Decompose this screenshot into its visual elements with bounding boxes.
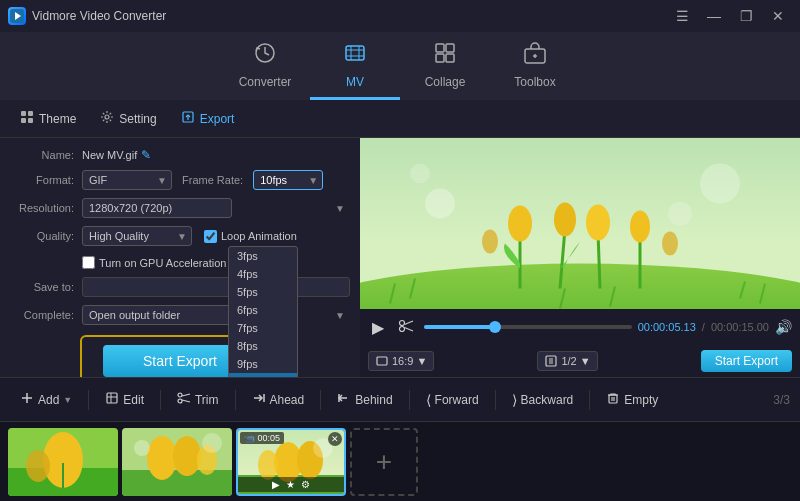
thumb-3-controls: ▶ ★ ⚙ <box>238 477 344 492</box>
clip-count: 3/3 <box>773 393 790 407</box>
progress-bar[interactable] <box>424 325 632 329</box>
framerate-select[interactable]: 3fps4fps5fps6fps7fps8fps9fps10fps11fps12… <box>253 170 323 190</box>
quality-select[interactable]: High QualityMedium QualityLow Quality <box>82 226 192 246</box>
ahead-button[interactable]: Ahead <box>242 386 315 413</box>
gpu-checkbox[interactable] <box>82 256 95 269</box>
forward-button[interactable]: ⟨ Forward <box>416 387 489 413</box>
ratio-wrap: 16:9 ▼ <box>368 351 434 371</box>
fps-3-option[interactable]: 3fps <box>229 247 297 265</box>
divider-4 <box>320 390 321 410</box>
tab-converter[interactable]: Converter <box>220 32 310 100</box>
resolution-label: Resolution: <box>10 202 82 214</box>
fps-8-option[interactable]: 8fps <box>229 337 297 355</box>
edit-button[interactable]: Edit <box>95 386 154 413</box>
svg-line-43 <box>405 327 414 331</box>
page-wrap: 1/2 ▼ <box>537 351 597 371</box>
player-controls: ▶ 00:00:05.13 / 00:00:15.00 🔊 <box>360 309 800 345</box>
svg-rect-7 <box>446 54 454 62</box>
setting-button[interactable]: Setting <box>90 106 166 131</box>
trim-icon <box>177 391 191 408</box>
backward-label: Backward <box>521 393 574 407</box>
saveto-path-input[interactable]: C:\Vidmore\Vidmore V...onverter\MV Expor… <box>82 277 350 297</box>
thumbnail-1[interactable] <box>8 428 118 496</box>
svg-line-42 <box>405 321 414 325</box>
thumb-star-icon[interactable]: ★ <box>286 479 295 490</box>
saveto-label: Save to: <box>10 281 82 293</box>
fps-10-option[interactable]: 10fps <box>229 373 297 377</box>
framerate-select-wrap: 3fps4fps5fps6fps7fps8fps9fps10fps11fps12… <box>253 170 323 190</box>
play-button[interactable]: ▶ <box>368 316 388 339</box>
fps-7-option[interactable]: 7fps <box>229 319 297 337</box>
empty-button[interactable]: Empty <box>596 386 668 413</box>
tab-toolbox[interactable]: Toolbox <box>490 32 580 100</box>
fps-9-option[interactable]: 9fps <box>229 355 297 373</box>
name-label: Name: <box>10 149 82 161</box>
divider-6 <box>495 390 496 410</box>
backward-button[interactable]: ⟩ Backward <box>502 387 584 413</box>
preview-column: ▶ 00:00:05.13 / 00:00:15.00 🔊 <box>360 138 800 377</box>
svg-point-72 <box>147 436 177 480</box>
export-button[interactable]: Export <box>171 106 245 131</box>
add-button[interactable]: Add ▼ <box>10 386 82 413</box>
titlebar-left: Vidmore Video Converter <box>8 7 166 25</box>
format-row: Format: GIFMP4AVI ▼ Frame Rate: 3fps4fps… <box>10 170 350 190</box>
divider-3 <box>235 390 236 410</box>
loop-checkbox[interactable] <box>204 230 217 243</box>
content-area: Name: New MV.gif ✎ Format: GIFMP4AVI ▼ <box>0 138 800 377</box>
restore-button[interactable]: ❐ <box>732 6 760 26</box>
trim-button[interactable]: Trim <box>167 386 229 413</box>
minimize-button[interactable]: — <box>700 6 728 26</box>
divider-1 <box>88 390 89 410</box>
cut-button[interactable] <box>394 316 418 339</box>
edit-label: Edit <box>123 393 144 407</box>
resolution-select[interactable]: 1280x720 (720p)1920x1080 (1080p) <box>82 198 232 218</box>
format-select-wrap: GIFMP4AVI ▼ <box>82 170 172 190</box>
current-time: 00:00:05.13 <box>638 321 696 333</box>
thumb-3-close[interactable]: ✕ <box>328 432 342 446</box>
thumb-3-time-badge: 📹 00:05 <box>240 432 284 444</box>
tab-mv[interactable]: MV <box>310 32 400 100</box>
svg-rect-11 <box>21 111 26 116</box>
close-button[interactable]: ✕ <box>764 6 792 26</box>
svg-point-34 <box>482 230 498 254</box>
format-select[interactable]: GIFMP4AVI <box>82 170 172 190</box>
fps-4-option[interactable]: 4fps <box>229 265 297 283</box>
theme-button[interactable]: Theme <box>10 106 86 131</box>
page-button[interactable]: 1/2 ▼ <box>537 351 597 371</box>
volume-icon[interactable]: 🔊 <box>775 319 792 335</box>
behind-button[interactable]: Behind <box>327 386 402 413</box>
divider-5 <box>409 390 410 410</box>
bottom-toolbar: Add ▼ Edit Trim Ahead <box>0 377 800 421</box>
svg-rect-51 <box>107 393 117 403</box>
svg-point-32 <box>586 205 610 241</box>
loop-checkbox-wrap: Loop Animation <box>204 230 297 243</box>
complete-select[interactable]: Open output folder <box>82 305 242 325</box>
thumb-play-icon[interactable]: ▶ <box>272 479 280 490</box>
player-controls-row2: 16:9 ▼ 1/2 ▼ Start Export <box>360 345 800 377</box>
thumb-settings-icon[interactable]: ⚙ <box>301 479 310 490</box>
edit-filename-icon[interactable]: ✎ <box>141 148 151 162</box>
trim-label: Trim <box>195 393 219 407</box>
titlebar-menu-btn[interactable]: ☰ <box>668 6 696 26</box>
start-export-right-button[interactable]: Start Export <box>701 350 792 372</box>
svg-line-56 <box>182 394 190 396</box>
format-control: GIFMP4AVI ▼ Frame Rate: 3fps4fps5fps6fps… <box>82 170 350 190</box>
app-title: Vidmore Video Converter <box>32 9 166 23</box>
loop-label: Loop Animation <box>221 230 297 242</box>
quality-row: Quality: High QualityMedium QualityLow Q… <box>10 226 350 246</box>
thumbnail-2[interactable] <box>122 428 232 496</box>
framerate-dropdown: 3fps 4fps 5fps 6fps 7fps 8fps 9fps 10fps… <box>228 246 298 377</box>
add-clip-button[interactable]: + <box>350 428 418 496</box>
fps-5-option[interactable]: 5fps <box>229 283 297 301</box>
fps-6-option[interactable]: 6fps <box>229 301 297 319</box>
thumbnail-3[interactable]: 📹 00:05 ▶ ★ ⚙ ✕ <box>236 428 346 496</box>
tab-collage[interactable]: Collage <box>400 32 490 100</box>
export-label: Export <box>200 112 235 126</box>
svg-rect-14 <box>28 118 33 123</box>
svg-rect-71 <box>122 470 232 496</box>
svg-point-33 <box>630 211 650 243</box>
time-sep: / <box>702 321 705 333</box>
ratio-button[interactable]: 16:9 ▼ <box>368 351 434 371</box>
theme-label: Theme <box>39 112 76 126</box>
complete-row: Complete: Open output folder ▼ <box>10 305 350 325</box>
